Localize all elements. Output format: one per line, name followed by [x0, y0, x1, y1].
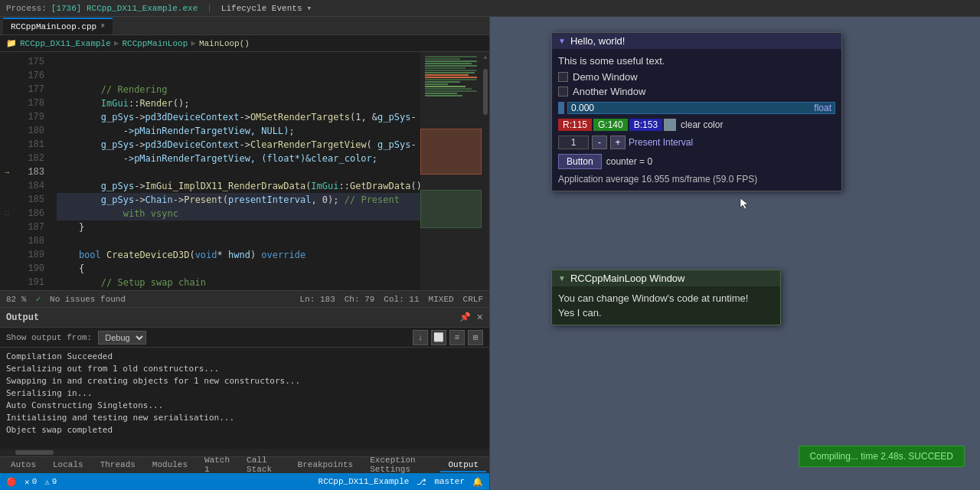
imgui-checkbox-another[interactable]: Another Window	[558, 86, 835, 97]
breadcrumb-sep-2: ►	[191, 39, 196, 48]
output-line-4: Serialising in...	[6, 387, 483, 400]
left-margin: → □	[0, 52, 14, 290]
code-line-183: g_pSys->Chain->Present(presentInterval, …	[57, 193, 420, 207]
output-toolbar-btn1[interactable]: ↓	[413, 330, 428, 345]
code-line-179: g_pSys->pd3dDeviceContext->OMSetRenderTa…	[57, 110, 420, 124]
code-line-180: g_pSys->pd3dDeviceContext->ClearRenderTa…	[57, 138, 420, 152]
bell-icon: 🔔	[472, 477, 483, 487]
hscroll-thumb[interactable]	[15, 450, 54, 455]
imgui-stepper-value: 1	[558, 136, 589, 149]
output-line-1: Compilation Succeeded	[6, 351, 483, 363]
code-line-176	[57, 69, 420, 83]
imgui-hello-titlebar[interactable]: ▼ Hello, world!	[552, 33, 841, 49]
color-swatch[interactable]	[664, 119, 676, 131]
color-g-seg[interactable]: G:140	[593, 119, 628, 131]
tab-locals[interactable]: Locals	[45, 459, 91, 472]
code-line-178: ImGui::Render();	[57, 96, 420, 110]
tab-close-icon[interactable]: ×	[100, 22, 105, 31]
editor-scrollbar[interactable]: ▲	[482, 52, 489, 290]
output-source-select[interactable]: Debug	[98, 331, 146, 345]
imgui-perf-text: Application average 16.955 ms/frame (59.…	[558, 174, 835, 185]
output-content: Compilation Succeeded Serializing out fr…	[0, 348, 489, 449]
code-line-180b: ->pMainRenderTargetView, (float*)&clear_…	[57, 152, 420, 165]
expand-icon: ▾	[306, 3, 312, 13]
process-label: Process:	[6, 4, 47, 13]
imgui-stepper-row[interactable]: 1 - + Present Interval	[558, 136, 835, 149]
imgui-hello-text: This is some useful text.	[558, 55, 835, 67]
fold-marker[interactable]: □	[0, 207, 14, 220]
output-line-6: Initialising and testing new serialisati…	[6, 412, 483, 424]
output-toolbar-btn3[interactable]: ≡	[449, 330, 465, 345]
another-window-checkbox[interactable]	[558, 87, 568, 96]
code-line-183b: with vsync	[57, 207, 420, 220]
code-editor[interactable]: // Rendering ImGui::Render(); g_pSys->pd…	[51, 52, 420, 290]
stepper-minus-btn[interactable]: -	[592, 136, 607, 149]
imgui-button[interactable]: Button	[558, 154, 602, 169]
color-r-seg[interactable]: R:115	[558, 119, 592, 131]
mouse-cursor	[739, 197, 753, 211]
output-toolbar-btn4[interactable]: ⊞	[468, 330, 483, 345]
issues-text: No issues found	[50, 295, 126, 304]
output-toolbar-btn2[interactable]: ⬜	[431, 330, 446, 345]
errors-count: ✕ 0	[24, 477, 37, 487]
output-source-label: Show output from:	[6, 333, 92, 342]
lifecycle-label[interactable]: Lifecycle Events	[221, 4, 302, 13]
tab-output[interactable]: Output	[440, 459, 486, 472]
scroll-up-btn[interactable]: ▲	[482, 52, 489, 61]
output-pin-btn[interactable]: 📌	[459, 312, 471, 323]
output-panel: Output 📌 × Show output from: Debug ↓ ⬜	[0, 307, 489, 456]
imgui-rccopp-titlebar[interactable]: ▼ RCCppMainLoop Window	[552, 270, 780, 286]
imgui-slider[interactable]: 0.000 float	[567, 102, 835, 114]
output-close-btn[interactable]: ×	[477, 312, 483, 324]
breadcrumb-item-3[interactable]: MainLoop()	[199, 39, 250, 48]
breadcrumb: 📁 RCCpp_DX11_Example ► RCCppMainLoop ► M…	[0, 35, 489, 52]
zoom-level: 82 %	[6, 295, 26, 304]
svg-marker-0	[740, 198, 748, 209]
demo-window-checkbox[interactable]	[558, 72, 568, 82]
breadcrumb-item-2[interactable]: RCCppMainLoop	[122, 39, 188, 48]
code-line-181	[57, 165, 420, 179]
editor-status-bar: 82 % ✓ No issues found Ln: 183 Ch: 79 Co…	[0, 290, 489, 307]
output-line-7: Object swap completed	[6, 424, 483, 436]
imgui-hello-window[interactable]: ▼ Hello, world! This is some useful text…	[551, 32, 842, 191]
branch-name: master	[434, 477, 465, 486]
warnings-count: ⚠ 9	[44, 477, 57, 487]
fold-indicators	[14, 52, 23, 290]
output-line-5: Auto Constructing Singletons...	[6, 400, 483, 412]
tab-threads[interactable]: Threads	[93, 459, 143, 472]
char-number: Ch: 79	[345, 295, 375, 304]
top-bar: Process: [1736] RCCpp_DX11_Example.exe |…	[0, 0, 980, 17]
tab-rccopp[interactable]: RCCppMainLoop.cpp ×	[3, 18, 113, 34]
imgui-slider-row[interactable]: 0.000 float	[558, 102, 835, 114]
tab-autos[interactable]: Autos	[3, 459, 44, 472]
tab-breakpoints[interactable]: Breakpoints	[290, 459, 361, 472]
left-panel: RCCppMainLoop.cpp × 📁 RCCpp_DX11_Example…	[0, 17, 490, 490]
imgui-rccopp-title: RCCppMainLoop Window	[570, 273, 685, 284]
code-line-186: bool CreateDeviceD3D(void* hwnd) overrid…	[57, 248, 420, 262]
scrollbar-thumb[interactable]	[483, 69, 488, 115]
imgui-slider-indicator	[558, 102, 564, 114]
editor-area[interactable]: → □ 175 176 177 178 179 180 181 182	[0, 52, 489, 290]
minimap	[420, 52, 482, 290]
code-line-175	[57, 55, 420, 69]
stepper-plus-btn[interactable]: +	[610, 136, 626, 149]
imgui-color-row[interactable]: R:115 G:140 B:153 clear color	[558, 119, 835, 131]
current-line-arrow: →	[0, 165, 14, 179]
imgui-hello-arrow-icon: ▼	[558, 37, 566, 45]
encoding: MIXED	[429, 295, 454, 304]
debug-icon: 🔴	[6, 477, 17, 487]
code-line-177: // Rendering	[57, 83, 420, 96]
imgui-checkbox-demo[interactable]: Demo Window	[558, 71, 835, 83]
line-numbers: 175 176 177 178 179 180 181 182 183 184 …	[23, 52, 51, 290]
tab-modules[interactable]: Modules	[145, 459, 195, 472]
line-number: Ln: 183	[300, 295, 335, 304]
code-line-185	[57, 234, 420, 248]
color-b-seg[interactable]: B:153	[629, 119, 662, 131]
imgui-rccopp-window[interactable]: ▼ RCCppMainLoop Window You can change Wi…	[551, 270, 781, 325]
tab-label: RCCppMainLoop.cpp	[11, 22, 96, 31]
code-line-187: {	[57, 262, 420, 276]
imgui-slider-type: float	[814, 103, 831, 113]
bottom-status: 🔴 ✕ 0 ⚠ 9 RCCpp_DX11_Example ⎇ master 🔔	[0, 473, 489, 490]
breadcrumb-item-1[interactable]: RCCpp_DX11_Example	[20, 39, 111, 48]
output-title: Output	[6, 312, 39, 323]
